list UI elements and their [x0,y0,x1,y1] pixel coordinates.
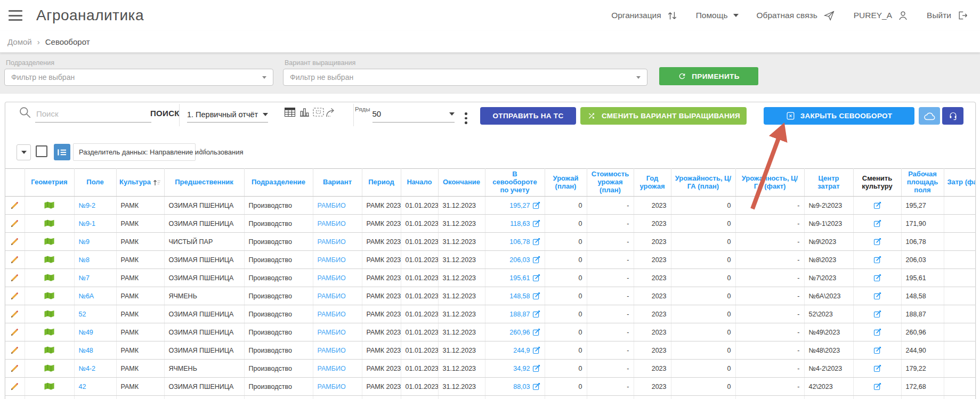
column-header-yield_plan[interactable]: Урожайность, Ц/ГА (план) [671,169,735,197]
edit-row-icon[interactable] [10,201,19,210]
geometry-icon[interactable] [44,382,54,391]
change-culture-icon[interactable] [873,238,881,246]
column-header-end[interactable]: Окончание [438,169,485,197]
table-view-icon[interactable] [285,108,295,117]
column-header-harvest_plan[interactable]: Урожай (план) [545,169,587,197]
column-header-cost_plan[interactable]: Стоимость урожая (план) [587,169,634,197]
geometry-icon[interactable] [44,310,54,319]
edit-value-icon[interactable] [532,382,540,390]
column-header-field[interactable]: Поле [74,169,116,197]
field-link[interactable]: №8 [79,256,90,264]
variant-link[interactable]: РАМБИО [318,347,346,354]
variant-link[interactable]: РАМБИО [318,329,346,336]
geometry-icon[interactable] [44,201,54,210]
column-header-work_area[interactable]: Рабочая площадь поля [901,169,944,197]
edit-row-icon[interactable] [10,328,19,337]
change-culture-icon[interactable] [873,364,881,372]
variant-link[interactable]: РАМБИО [318,383,346,390]
change-culture-icon[interactable] [873,256,881,264]
column-header-period[interactable]: Период [362,169,401,197]
remove-splitter-button[interactable]: ✕ [196,145,210,159]
group-dropdown-button[interactable] [17,144,31,160]
column-header-in_rotation[interactable]: В севообороте по учету [485,169,545,197]
edit-row-icon[interactable] [10,346,19,355]
data-splitter-chip[interactable]: Разделитель данных: Направление использо… [73,143,196,161]
export-icon[interactable] [326,108,337,117]
change-variant-button[interactable]: СМЕНИТЬ ВАРИАНТ ВЫРАЩИВАНИЯ [580,107,747,125]
geometry-icon[interactable] [44,328,54,337]
geometry-icon[interactable] [44,238,54,246]
field-link[interactable]: №6А [79,292,94,300]
edit-row-icon[interactable] [10,364,19,373]
edit-value-icon[interactable] [532,238,540,246]
column-header-start[interactable]: Начало [401,169,438,197]
column-header-year[interactable]: Год урожая [634,169,671,197]
variant-link[interactable]: РАМБИО [318,274,346,282]
change-culture-icon[interactable] [873,201,881,209]
variant-link[interactable]: РАМБИО [318,256,346,264]
column-header-cost_center[interactable]: Центр затрат [804,169,853,197]
search-input[interactable]: Поиск [35,107,151,123]
kebab-menu-icon[interactable] [463,111,469,125]
change-culture-icon[interactable] [873,310,881,318]
field-link[interactable]: №7 [79,274,90,282]
geometry-icon[interactable] [44,292,54,300]
column-header-variant[interactable]: Вариант [313,169,362,197]
field-link[interactable]: №9-2 [79,202,95,209]
edit-row-icon[interactable] [10,273,19,282]
field-link[interactable]: №49 [79,329,93,336]
geometry-icon[interactable] [44,274,54,282]
rows-per-page-select[interactable]: Ряды 50 [355,105,455,123]
apply-button[interactable]: ПРИМЕНИТЬ [659,67,758,85]
variant-link[interactable]: РАМБИО [318,238,346,246]
edit-value-icon[interactable] [532,219,540,227]
change-culture-icon[interactable] [873,219,881,227]
geometry-icon[interactable] [44,364,54,373]
breadcrumb-home[interactable]: Домой [7,37,32,46]
edit-value-icon[interactable] [532,201,540,209]
nav-feedback[interactable]: Обратная связь [757,10,836,21]
column-header-predecessor[interactable]: Предшественник [164,169,244,197]
selection-area-icon[interactable] [313,108,324,117]
edit-value-icon[interactable] [532,292,540,300]
column-header-culture[interactable]: Культура [116,169,164,197]
edit-value-icon[interactable] [532,328,540,336]
variant-link[interactable]: РАМБИО [318,365,346,372]
edit-value-icon[interactable] [532,256,540,264]
field-link[interactable]: №48 [79,347,93,354]
edit-row-icon[interactable] [10,219,19,228]
variant-filter-select[interactable]: Фильтр не выбран [283,69,647,86]
change-culture-icon[interactable] [873,274,881,282]
edit-row-icon[interactable] [10,237,19,246]
send-to-tc-button[interactable]: ОТПРАВИТЬ НА ТС [480,107,576,125]
field-link[interactable]: №9 [79,238,90,246]
column-header-division[interactable]: Подразделение [244,169,313,197]
sort-ascending-icon[interactable] [153,179,161,186]
edit-row-icon[interactable] [10,382,19,391]
nav-help[interactable]: Помощь [696,11,739,20]
chart-view-icon[interactable] [299,108,310,117]
geometry-icon[interactable] [44,346,54,355]
edit-value-icon[interactable] [532,346,540,354]
field-link[interactable]: 42 [79,383,86,390]
edit-row-icon[interactable] [10,310,19,319]
field-link[interactable]: 52 [79,311,86,318]
nav-user[interactable]: PUREY_A [854,10,909,21]
data-splitter-icon-button[interactable] [54,144,70,160]
geometry-icon[interactable] [44,256,54,264]
field-link[interactable]: №9-1 [79,220,95,227]
variant-link[interactable]: РАМБИО [318,202,346,209]
variant-link[interactable]: РАМБИО [318,220,346,227]
support-button[interactable] [942,107,963,125]
edit-value-icon[interactable] [532,364,540,372]
nav-organization[interactable]: Организация [611,10,677,21]
divisions-filter-select[interactable]: Фильтр не выбран [4,69,273,86]
column-header-change_culture[interactable]: Сменить культуру [853,169,901,197]
geometry-icon[interactable] [44,219,54,228]
variant-link[interactable]: РАМБИО [318,292,346,300]
edit-value-icon[interactable] [532,310,540,318]
change-culture-icon[interactable] [873,346,881,354]
change-culture-icon[interactable] [873,292,881,300]
menu-icon[interactable] [9,10,22,21]
variant-link[interactable]: РАМБИО [318,311,346,318]
